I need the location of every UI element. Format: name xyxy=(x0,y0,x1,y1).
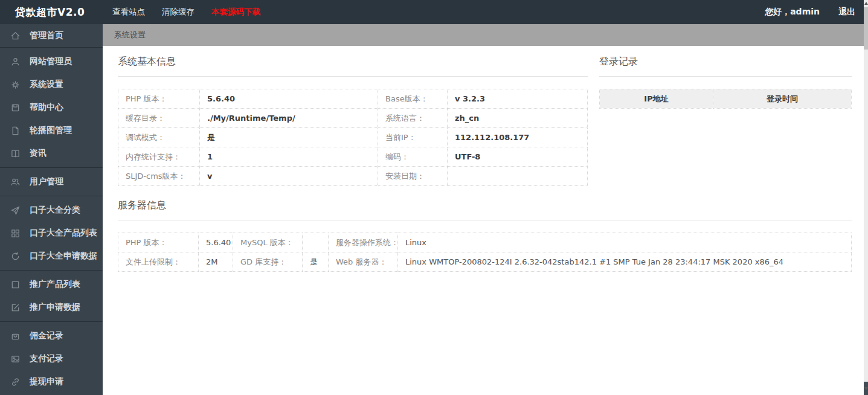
sidebar-item-label: 支付记录 xyxy=(30,353,63,364)
sidebar-group: 网站管理员 系统设置 帮助中心 轮播图管理 资讯 xyxy=(0,47,103,167)
field-value: v 3.2.3 xyxy=(448,89,588,109)
sidebar-item-label: 推广产品列表 xyxy=(30,279,80,290)
send-icon xyxy=(10,205,21,216)
field-value: zh_cn xyxy=(448,109,588,128)
top-menu: 查看站点 清除缓存 本套源码下载 xyxy=(112,7,260,18)
save-icon xyxy=(10,103,21,113)
sidebar-item-user-manage[interactable]: 用户管理 xyxy=(0,170,103,193)
table-header-row: IP地址 登录时间 xyxy=(600,89,852,109)
field-value: 1 xyxy=(200,147,378,167)
scrollbar-thumb[interactable] xyxy=(864,7,868,50)
field-label: PHP 版本： xyxy=(118,233,199,252)
vertical-scrollbar[interactable] xyxy=(864,0,868,395)
field-label: PHP 版本： xyxy=(118,89,200,109)
field-value: ./My/Runtime/Temp/ xyxy=(200,109,378,128)
sidebar-item-label: 口子大全产品列表 xyxy=(30,228,97,239)
refresh-icon xyxy=(10,251,21,262)
sidebar-item-promo-product-list[interactable]: 推广产品列表 xyxy=(0,273,103,296)
sidebar-group: 推广产品列表 推广申请数据 xyxy=(0,270,103,321)
section-title: 登录记录 xyxy=(599,56,852,77)
sidebar-item-label: 推广申请数据 xyxy=(30,302,80,313)
gear-icon xyxy=(10,80,21,90)
clear-cache-link[interactable]: 清除缓存 xyxy=(162,7,194,18)
sidebar-item-label: 口子大全申请数据 xyxy=(30,251,97,262)
sidebar-item-label: 资讯 xyxy=(30,148,47,159)
column-header-ip: IP地址 xyxy=(600,89,713,109)
sidebar-group: 用户管理 xyxy=(0,167,103,196)
breadcrumb: 系统设置 xyxy=(114,30,146,39)
field-value: UTF-8 xyxy=(448,147,588,167)
field-label: MySQL 版本： xyxy=(233,233,303,252)
sidebar-item-system-settings[interactable]: 系统设置 xyxy=(0,73,103,96)
sidebar-item-loan-apply-data[interactable]: 口子大全申请数据 xyxy=(0,245,103,268)
sidebar-item-loan-category[interactable]: 口子大全分类 xyxy=(0,199,103,222)
table-row: SLJD-cms版本： v 安装日期： xyxy=(118,167,588,186)
sidebar-nav: 管理首页 网站管理员 系统设置 帮助中心 轮播图管理 资讯 用户管理 xyxy=(0,24,103,395)
link-icon xyxy=(10,377,21,387)
field-label: 服务器操作系统： xyxy=(329,233,398,252)
image-icon xyxy=(10,354,21,364)
field-label: 编码： xyxy=(378,147,448,167)
field-label: Base版本： xyxy=(378,89,448,109)
logout-button[interactable]: 退出 xyxy=(838,7,855,18)
sidebar-item-loan-product-list[interactable]: 口子大全产品列表 xyxy=(0,222,103,245)
source-download-link[interactable]: 本套源码下载 xyxy=(211,7,260,18)
top-bar: 贷款超市V2.0 查看站点 清除缓存 本套源码下载 您好，admin 退出 xyxy=(0,0,864,24)
sidebar-item-withdraw-apply[interactable]: 提现申请 xyxy=(0,370,103,393)
table-row: 内存统计支持： 1 编码： UTF-8 xyxy=(118,147,588,167)
user-icon xyxy=(10,57,21,67)
field-value xyxy=(303,233,329,252)
app-logo: 贷款超市V2.0 xyxy=(0,5,103,19)
field-label: 当前IP： xyxy=(378,128,448,147)
field-label: 缓存目录： xyxy=(118,109,200,128)
sidebar-item-label: 网站管理员 xyxy=(30,56,72,67)
sidebar-item-payment-records[interactable]: 支付记录 xyxy=(0,347,103,370)
grid-icon xyxy=(10,228,21,239)
sidebar-item-label: 佣金记录 xyxy=(30,330,63,341)
sidebar-item-help-center[interactable]: 帮助中心 xyxy=(0,96,103,119)
sidebar-item-label: 系统设置 xyxy=(30,79,63,90)
book-icon xyxy=(10,149,21,159)
field-label: 调试模式： xyxy=(118,128,200,147)
sidebar-item-label: 管理首页 xyxy=(30,30,63,41)
section-login-records: 登录记录 IP地址 登录时间 xyxy=(599,56,852,109)
sidebar-item-site-admin[interactable]: 网站管理员 xyxy=(0,50,103,73)
field-value: 5.6.40 xyxy=(200,89,378,109)
table-row: 文件上传限制： 2M GD 库支持： 是 Web 服务器： Linux WMTO… xyxy=(118,252,852,272)
server-info-table: PHP 版本： 5.6.40 MySQL 版本： 服务器操作系统： Linux … xyxy=(118,233,852,272)
table-row: 缓存目录： ./My/Runtime/Temp/ 系统语言： zh_cn xyxy=(118,109,588,128)
field-label: 内存统计支持： xyxy=(118,147,200,167)
field-value: v xyxy=(200,167,378,186)
sidebar-item-promo-apply-data[interactable]: 推广申请数据 xyxy=(0,296,103,319)
home-icon xyxy=(10,31,21,41)
users-icon xyxy=(10,177,21,187)
scroll-down-arrow-icon[interactable] xyxy=(864,387,868,390)
user-greeting: 您好，admin xyxy=(765,7,820,18)
sidebar-item-label: 用户管理 xyxy=(30,176,63,187)
view-site-link[interactable]: 查看站点 xyxy=(112,7,145,18)
sidebar-group: 口子大全分类 口子大全产品列表 口子大全申请数据 xyxy=(0,196,103,270)
field-value: Linux xyxy=(398,233,852,252)
sidebar-item-dashboard[interactable]: 管理首页 xyxy=(0,24,103,47)
field-value: 2M xyxy=(199,252,233,272)
scroll-up-arrow-icon[interactable] xyxy=(864,2,868,5)
sidebar-group: 佣金记录 支付记录 提现申请 xyxy=(0,321,103,395)
table-row: PHP 版本： 5.6.40 MySQL 版本： 服务器操作系统： Linux xyxy=(118,233,852,252)
sidebar-item-commission-records[interactable]: 佣金记录 xyxy=(0,324,103,347)
sidebar-item-label: 口子大全分类 xyxy=(30,205,80,216)
field-value: 5.6.40 xyxy=(199,233,233,252)
sidebar-item-news[interactable]: 资讯 xyxy=(0,142,103,165)
field-value xyxy=(448,167,588,186)
field-label: 文件上传限制： xyxy=(118,252,199,272)
square-icon xyxy=(10,280,21,290)
file-icon xyxy=(10,126,21,136)
sidebar-item-banner-manage[interactable]: 轮播图管理 xyxy=(0,119,103,142)
login-records-table: IP地址 登录时间 xyxy=(599,89,852,109)
field-value: Linux WMTOP-200802-124I 2.6.32-042stab14… xyxy=(398,252,852,272)
sidebar-item-label: 轮播图管理 xyxy=(30,125,72,136)
section-title: 服务器信息 xyxy=(118,199,852,220)
sidebar-group: 管理首页 xyxy=(0,24,103,47)
section-title: 系统基本信息 xyxy=(118,56,588,77)
sidebar-item-label: 提现申请 xyxy=(30,376,63,387)
breadcrumb-bar: 系统设置 xyxy=(103,24,864,46)
